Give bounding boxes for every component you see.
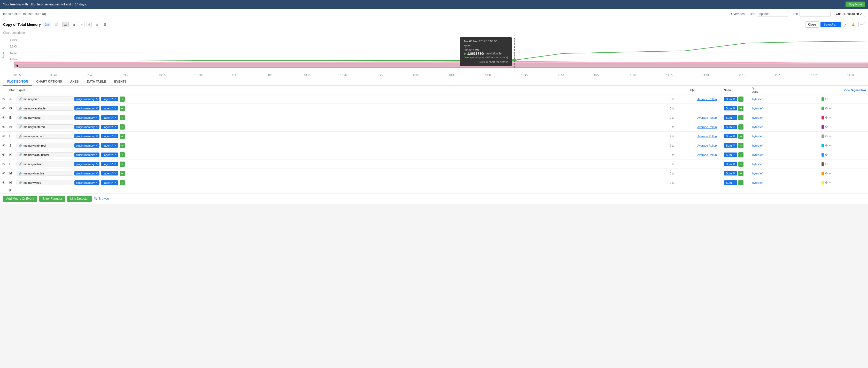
row-a-visibility-toggle[interactable]: 👁	[2, 97, 9, 101]
tab-data-table[interactable]: DATA TABLE	[83, 78, 110, 86]
row-a-settings-icon[interactable]: ⚙	[825, 97, 828, 101]
row-o-add-fx-btn[interactable]: +	[738, 106, 743, 111]
row-n-signal[interactable]: 🔗 memory.wired	[17, 180, 73, 185]
area-chart-icon-btn[interactable]: ▬	[62, 22, 69, 27]
remove-filter-btn[interactable]: ✕	[96, 97, 98, 101]
row-a-add-filter-btn[interactable]: +	[120, 97, 125, 102]
tab-chart-options[interactable]: CHART OPTIONS	[32, 78, 66, 86]
row-b-filter-agent[interactable]: I agent:* ✕	[101, 115, 118, 120]
row-i-yaxis[interactable]: left	[760, 135, 801, 138]
row-j-name[interactable]: bytes	[752, 144, 760, 147]
list-icon-btn[interactable]: ☰	[102, 22, 108, 27]
row-a-color-swatch[interactable]	[822, 97, 824, 101]
row-a-name[interactable]: bytes	[752, 98, 760, 101]
share-icon-btn[interactable]: ↗	[842, 22, 848, 27]
link-detector-button[interactable]: Link Detector	[67, 196, 92, 202]
row-o-more-icon[interactable]: ⋯	[829, 106, 832, 110]
row-h-name[interactable]: bytes	[752, 126, 760, 129]
row-i-name[interactable]: bytes	[752, 135, 760, 138]
chart-resolution-button[interactable]: Chart Resolution ⤢	[834, 11, 865, 17]
row-o-signal[interactable]: 🔗 memory.available	[17, 106, 73, 111]
row-a-yaxis[interactable]: left	[760, 98, 801, 101]
row-b-add-filter-btn[interactable]: +	[120, 115, 125, 120]
row-b-visibility-toggle[interactable]: 👁	[2, 115, 9, 120]
row-j-rollup-btn[interactable]: Average Rollup	[690, 144, 724, 147]
number-icon-btn[interactable]: 4	[87, 22, 92, 27]
remove-filter-btn[interactable]: ✕	[114, 97, 117, 101]
save-as-button[interactable]: Save As...	[820, 22, 841, 27]
row-b-add-fx-btn[interactable]: +	[738, 115, 743, 120]
time-input[interactable]: -2h	[800, 11, 831, 17]
row-i-visibility-toggle[interactable]: 👁	[2, 134, 9, 138]
chart-area[interactable]: bytes 7.45G 5.59G 3.73G 1.86G 0	[0, 36, 868, 73]
remove-filter-btn[interactable]: ✕	[96, 107, 98, 110]
col-view-signalflow[interactable]: View SignalFlow	[832, 89, 866, 92]
row-h-yaxis[interactable]: left	[760, 126, 801, 129]
bar-chart-icon-btn[interactable]: ≡	[79, 22, 84, 27]
row-o-filter-plugin[interactable]: plugin:memory ✕	[74, 106, 99, 110]
row-l-visibility-toggle[interactable]: 👁	[2, 162, 9, 166]
heatmap-icon-btn[interactable]: ▤	[94, 22, 100, 27]
more-options-btn[interactable]: ⋯	[859, 22, 865, 27]
row-o-filter-agent[interactable]: I agent:* ✕	[101, 106, 118, 110]
chart-svg[interactable]	[14, 38, 868, 68]
close-button[interactable]: Close	[805, 22, 819, 28]
row-m-yaxis[interactable]: left	[760, 172, 801, 175]
row-a-signal[interactable]: 🔗 memory.free	[17, 97, 73, 101]
row-o-settings-icon[interactable]: ⚙	[825, 106, 828, 110]
row-i-rollup-btn[interactable]: Average Rollup	[690, 135, 724, 138]
row-b-signal[interactable]: 🔗 memory.used	[17, 115, 73, 120]
add-metric-button[interactable]: Add Metric Or Event	[3, 196, 37, 202]
row-h-signal[interactable]: 🔗 memory.buffered	[17, 124, 73, 129]
filter-input[interactable]	[757, 11, 788, 17]
row-o-sum-btn[interactable]: Sum ✕	[724, 106, 737, 110]
row-k-name[interactable]: bytes	[752, 153, 760, 156]
row-n-yaxis[interactable]: left	[760, 181, 801, 184]
row-h-rollup-btn[interactable]: Average Rollup	[690, 126, 724, 129]
row-b-yaxis[interactable]: left	[760, 116, 801, 119]
row-b-color-swatch[interactable]	[822, 116, 824, 120]
row-o-add-filter-btn[interactable]: +	[120, 106, 125, 111]
row-m-name[interactable]: bytes	[752, 172, 760, 175]
row-l-name[interactable]: bytes	[752, 163, 760, 166]
row-n-visibility-toggle[interactable]: 👁	[2, 181, 9, 185]
row-j-visibility-toggle[interactable]: 👁	[2, 143, 9, 147]
line-chart-icon-btn[interactable]: 📈	[53, 22, 60, 27]
row-j-yaxis[interactable]: left	[760, 144, 801, 147]
tab-axes[interactable]: AXES	[66, 78, 83, 86]
row-j-signal[interactable]: 🔗 memory.slab_recl	[17, 143, 73, 148]
buy-now-button[interactable]: Buy Now	[845, 2, 865, 7]
row-l-yaxis[interactable]: left	[760, 163, 801, 166]
row-b-rollup-btn[interactable]: Average Rollup	[690, 116, 724, 119]
row-b-sum-btn[interactable]: Sum ✕	[724, 115, 737, 120]
row-o-visibility-toggle[interactable]: 👁	[2, 106, 9, 110]
row-b-filter-plugin[interactable]: plugin:memory ✕	[74, 115, 99, 120]
row-a-more-icon[interactable]: ⋯	[829, 97, 832, 101]
enter-formula-button[interactable]: Enter Formula	[39, 196, 65, 202]
row-i-signal[interactable]: 🔗 memory.cached	[17, 134, 73, 139]
remove-filter-btn[interactable]: ✕	[114, 107, 117, 110]
row-m-signal[interactable]: 🔗 memory.inactive	[17, 171, 73, 176]
row-h-add-filter-btn[interactable]: +	[120, 124, 125, 130]
bell-icon-btn[interactable]: 🔔	[850, 22, 857, 27]
row-l-signal[interactable]: 🔗 memory.active	[17, 162, 73, 166]
prev-nav-btn[interactable]: ◀	[14, 64, 20, 68]
row-h-visibility-toggle[interactable]: 👁	[2, 125, 9, 129]
row-o-name[interactable]: bytes	[752, 107, 760, 110]
row-m-visibility-toggle[interactable]: 👁	[2, 171, 9, 175]
row-b-name[interactable]: bytes	[752, 116, 760, 119]
row-k-visibility-toggle[interactable]: 👁	[2, 153, 9, 157]
row-a-add-fx-btn[interactable]: +	[738, 97, 743, 102]
row-a-filter-plugin[interactable]: plugin:memory ✕	[74, 97, 99, 101]
tab-events[interactable]: EVENTS	[110, 78, 131, 86]
row-o-color-swatch[interactable]	[822, 107, 824, 110]
row-k-yaxis[interactable]: left	[760, 153, 801, 156]
row-a-sum-btn[interactable]: Sum ✕	[724, 97, 737, 101]
column-chart-icon-btn[interactable]: ▦	[71, 22, 77, 27]
row-a-rollup-btn[interactable]: Average Rollup	[690, 98, 724, 101]
row-o-yaxis[interactable]: left	[760, 107, 801, 110]
tab-plot-editor[interactable]: PLOT EDITOR	[3, 78, 32, 86]
browse-button[interactable]: 🔍 Browse	[94, 197, 109, 201]
row-n-name[interactable]: bytes	[752, 181, 760, 184]
row-h-sum-btn[interactable]: Sum ✕	[724, 125, 737, 129]
